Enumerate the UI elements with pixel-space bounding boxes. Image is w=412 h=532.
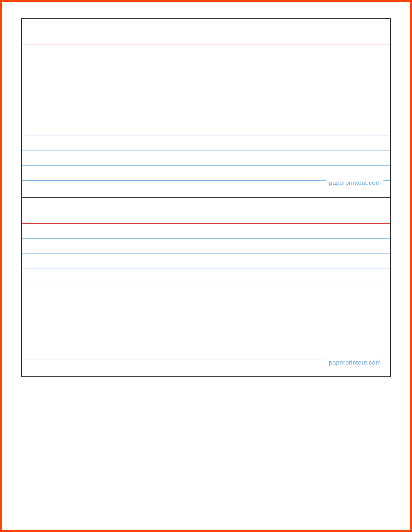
index-card-2: paperprintout.com xyxy=(22,198,390,376)
red-margin-line xyxy=(22,45,390,45)
ruled-line xyxy=(22,75,390,75)
ruled-line xyxy=(22,269,390,269)
ruled-line xyxy=(22,299,390,299)
index-card-1: paperprintout.com xyxy=(22,19,390,198)
watermark-text: paperprintout.com xyxy=(326,359,383,366)
ruled-line xyxy=(22,105,390,105)
ruled-line xyxy=(22,329,390,329)
ruled-line xyxy=(22,120,390,120)
ruled-line xyxy=(22,253,390,254)
ruled-lines-area xyxy=(22,60,390,181)
index-card-container: paperprintout.com paperprintout.com xyxy=(21,18,391,377)
ruled-line xyxy=(22,344,390,344)
red-margin-line xyxy=(22,223,390,224)
ruled-line xyxy=(22,314,390,314)
watermark-text: paperprintout.com xyxy=(326,179,383,186)
ruled-line xyxy=(22,60,390,60)
ruled-line xyxy=(22,238,390,239)
ruled-line xyxy=(22,135,390,135)
card-header-space xyxy=(22,19,390,45)
ruled-lines-area xyxy=(22,238,390,359)
ruled-line xyxy=(22,90,390,90)
card-header-space xyxy=(22,198,390,223)
ruled-line xyxy=(22,165,390,166)
ruled-line xyxy=(22,150,390,150)
ruled-line xyxy=(22,284,390,284)
